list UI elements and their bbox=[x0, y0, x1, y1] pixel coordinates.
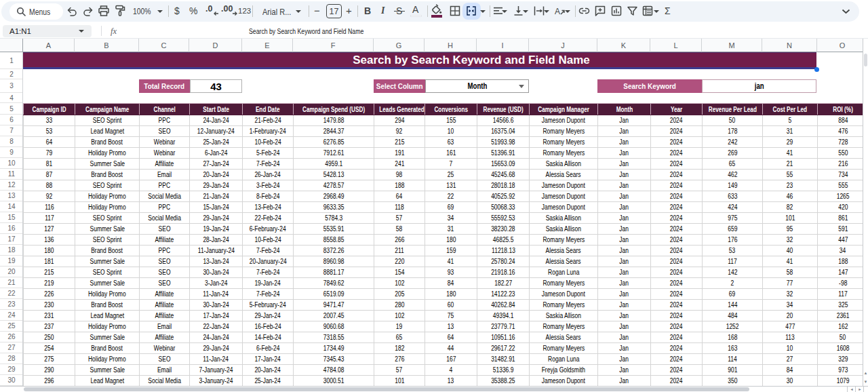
svg-text:A: A bbox=[555, 7, 560, 16]
